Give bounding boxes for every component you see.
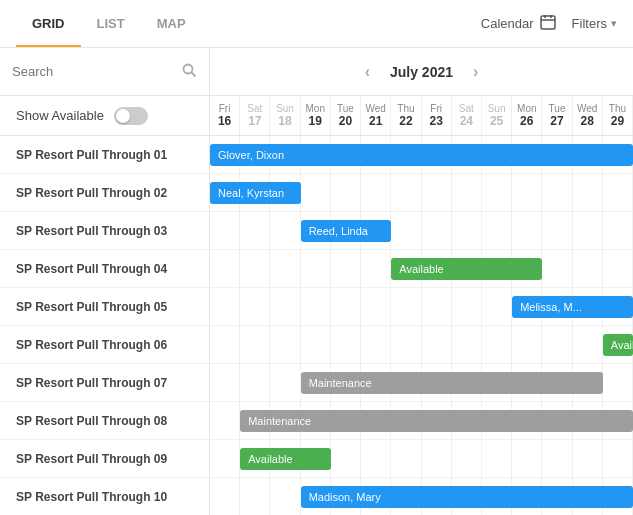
grid-cell <box>422 402 452 439</box>
grid-cell <box>361 174 391 211</box>
tab-grid[interactable]: GRID <box>16 2 81 47</box>
month-nav: ‹ July 2021 › <box>210 59 633 85</box>
tab-map[interactable]: MAP <box>141 2 202 47</box>
grid-cell <box>270 136 300 173</box>
calendar-button[interactable]: Calendar <box>481 14 556 33</box>
grid-cell <box>603 212 633 249</box>
table-row: SP Resort Pull Through 08Maintenance <box>0 402 633 440</box>
table-row: SP Resort Pull Through 01Glover, Dixon <box>0 136 633 174</box>
grid-cell <box>391 364 421 401</box>
grid-cell <box>573 478 603 515</box>
day-number: 17 <box>248 114 261 128</box>
grid-cell <box>210 136 240 173</box>
grid-cell <box>542 478 572 515</box>
table-row: SP Resort Pull Through 02Neal, Kyrstan <box>0 174 633 212</box>
grid-cell <box>452 136 482 173</box>
grid-cell <box>482 440 512 477</box>
show-available-toggle[interactable] <box>114 107 148 125</box>
day-header-22: Thu22 <box>391 96 421 135</box>
grid-cell <box>452 364 482 401</box>
toggle-knob <box>116 109 130 123</box>
grid-cell <box>391 288 421 325</box>
grid-cell <box>573 440 603 477</box>
grid-cell <box>603 478 633 515</box>
day-name: Thu <box>609 103 626 114</box>
grid-cell <box>482 174 512 211</box>
day-header-24: Sat24 <box>452 96 482 135</box>
day-name: Mon <box>306 103 325 114</box>
day-name: Sat <box>247 103 262 114</box>
prev-month-button[interactable]: ‹ <box>357 59 378 85</box>
grid-cell <box>240 136 270 173</box>
grid-cell <box>391 326 421 363</box>
table-row: SP Resort Pull Through 07Maintenance <box>0 364 633 402</box>
day-name: Tue <box>549 103 566 114</box>
grid-cell <box>452 212 482 249</box>
row-cells: Glover, Dixon <box>210 136 633 173</box>
day-header-26: Mon26 <box>512 96 542 135</box>
grid-cell <box>452 478 482 515</box>
grid-body: SP Resort Pull Through 01Glover, DixonSP… <box>0 136 633 515</box>
filters-button[interactable]: Filters ▾ <box>572 16 617 31</box>
day-number: 16 <box>218 114 231 128</box>
top-nav: GRID LIST MAP Calendar Filters ▾ <box>0 0 633 48</box>
row-label: SP Resort Pull Through 10 <box>0 478 210 515</box>
grid-cell <box>361 402 391 439</box>
grid-cell <box>240 288 270 325</box>
grid-cell <box>573 288 603 325</box>
tab-list[interactable]: LIST <box>81 2 141 47</box>
day-header-19: Mon19 <box>301 96 331 135</box>
row-label: SP Resort Pull Through 02 <box>0 174 210 211</box>
grid-cell <box>452 174 482 211</box>
grid-cell <box>361 364 391 401</box>
grid-cell <box>210 364 240 401</box>
grid-cell <box>361 326 391 363</box>
svg-point-4 <box>184 64 193 73</box>
grid-cell <box>331 174 361 211</box>
grid-cell <box>270 174 300 211</box>
grid-cell <box>331 326 361 363</box>
grid-cell <box>361 136 391 173</box>
grid-cell <box>482 364 512 401</box>
row-label: SP Resort Pull Through 03 <box>0 212 210 249</box>
show-available-area: Show Available <box>0 96 210 135</box>
show-available-label: Show Available <box>16 108 104 123</box>
row-cells: Available <box>210 250 633 287</box>
grid-cell <box>422 288 452 325</box>
grid-cell <box>573 364 603 401</box>
day-name: Tue <box>337 103 354 114</box>
day-header-29: Thu29 <box>603 96 633 135</box>
grid-cell <box>270 440 300 477</box>
row-cells: Maintenance <box>210 364 633 401</box>
grid-cell <box>240 212 270 249</box>
grid-cell <box>482 136 512 173</box>
grid-cell <box>422 136 452 173</box>
grid-cell <box>240 326 270 363</box>
grid-cell <box>210 402 240 439</box>
grid-cell <box>603 288 633 325</box>
grid-cell <box>512 326 542 363</box>
chevron-down-icon: ▾ <box>611 17 617 30</box>
table-row: SP Resort Pull Through 06Available <box>0 326 633 364</box>
day-name: Mon <box>517 103 536 114</box>
table-row: SP Resort Pull Through 04Available <box>0 250 633 288</box>
grid-cell <box>542 174 572 211</box>
grid-cell <box>240 440 270 477</box>
day-number: 18 <box>278 114 291 128</box>
day-name: Sat <box>459 103 474 114</box>
search-input[interactable] <box>12 64 174 79</box>
day-header-20: Tue20 <box>331 96 361 135</box>
table-row: SP Resort Pull Through 09Available <box>0 440 633 478</box>
day-number: 28 <box>581 114 594 128</box>
row-label: SP Resort Pull Through 05 <box>0 288 210 325</box>
grid-cell <box>270 288 300 325</box>
grid-cell <box>210 288 240 325</box>
next-month-button[interactable]: › <box>465 59 486 85</box>
grid-cell <box>482 326 512 363</box>
day-header-23: Fri23 <box>422 96 452 135</box>
grid-cell <box>391 402 421 439</box>
grid-cell <box>361 440 391 477</box>
table-row: SP Resort Pull Through 03Reed, Linda <box>0 212 633 250</box>
grid-cell <box>512 212 542 249</box>
grid-cell <box>391 250 421 287</box>
